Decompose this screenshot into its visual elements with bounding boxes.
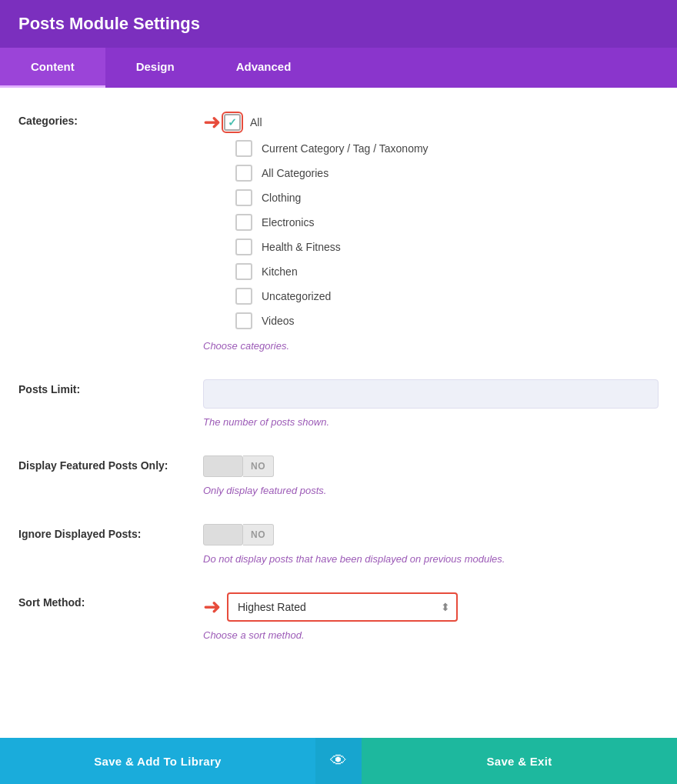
category-current-checkbox[interactable] bbox=[235, 140, 252, 157]
category-uncategorized-checkbox[interactable] bbox=[235, 288, 252, 305]
category-all-checkbox[interactable] bbox=[224, 114, 241, 131]
ignore-displayed-toggle[interactable] bbox=[203, 524, 243, 545]
ignore-displayed-toggle-row: NO bbox=[203, 524, 659, 545]
sort-method-helper: Choose a sort method. bbox=[203, 629, 659, 641]
arrow-indicator-categories: ➜ bbox=[203, 112, 221, 133]
display-featured-helper: Only display featured posts. bbox=[203, 485, 659, 496]
category-electronics-label: Electronics bbox=[262, 216, 314, 229]
sort-method-select[interactable]: Highest Rated Date Alphabetically Random bbox=[227, 592, 458, 622]
categories-list: Current Category / Tag / Taxonomy All Ca… bbox=[235, 137, 659, 332]
footer-bar: Save & Add To Library 👁 Save & Exit bbox=[0, 738, 677, 784]
eye-icon: 👁 bbox=[330, 751, 347, 771]
category-allcats-row: All Categories bbox=[235, 162, 659, 185]
sort-method-label: Sort Method: bbox=[18, 592, 203, 611]
category-current-row: Current Category / Tag / Taxonomy bbox=[235, 137, 659, 160]
save-exit-button[interactable]: Save & Exit bbox=[362, 738, 677, 784]
posts-limit-input[interactable] bbox=[203, 379, 659, 409]
display-featured-toggle-row: NO bbox=[203, 455, 659, 477]
category-uncategorized-row: Uncategorized bbox=[235, 285, 659, 308]
save-add-library-button[interactable]: Save & Add To Library bbox=[0, 738, 315, 784]
category-health-row: Health & Fitness bbox=[235, 235, 659, 259]
category-current-label: Current Category / Tag / Taxonomy bbox=[262, 142, 429, 155]
tabs-bar: Content Design Advanced bbox=[0, 48, 677, 88]
categories-control: ➜ All Current Category / Tag / Taxonomy … bbox=[203, 111, 659, 352]
category-all-row: All bbox=[224, 111, 262, 134]
posts-limit-control: The number of posts shown. bbox=[203, 379, 659, 428]
category-uncategorized-label: Uncategorized bbox=[262, 290, 331, 302]
sort-select-wrapper: Highest Rated Date Alphabetically Random… bbox=[227, 592, 458, 622]
modal-header: Posts Module Settings bbox=[0, 0, 677, 48]
category-kitchen-checkbox[interactable] bbox=[235, 263, 252, 280]
category-videos-checkbox[interactable] bbox=[235, 312, 252, 329]
category-kitchen-label: Kitchen bbox=[262, 265, 298, 278]
category-all-label: All bbox=[250, 116, 262, 128]
posts-limit-label: Posts Limit: bbox=[18, 379, 203, 398]
header-title: Posts Module Settings bbox=[18, 14, 200, 33]
category-clothing-checkbox[interactable] bbox=[235, 189, 252, 206]
tab-advanced[interactable]: Advanced bbox=[205, 48, 322, 88]
ignore-displayed-control: NO Do not display posts that have been d… bbox=[203, 524, 659, 565]
category-clothing-label: Clothing bbox=[262, 192, 301, 204]
arrow-indicator-sort: ➜ bbox=[203, 596, 221, 618]
ignore-displayed-row: Ignore Displayed Posts: NO Do not displa… bbox=[18, 524, 659, 565]
posts-limit-helper: The number of posts shown. bbox=[203, 416, 659, 428]
category-electronics-row: Electronics bbox=[235, 211, 659, 234]
category-kitchen-row: Kitchen bbox=[235, 260, 659, 283]
category-health-label: Health & Fitness bbox=[262, 241, 341, 253]
category-videos-row: Videos bbox=[235, 309, 659, 332]
categories-label: Categories: bbox=[18, 111, 203, 129]
categories-row: Categories: ➜ All Current Category / Tag… bbox=[18, 111, 659, 352]
category-allcats-checkbox[interactable] bbox=[235, 165, 252, 182]
tab-design[interactable]: Design bbox=[105, 48, 205, 88]
category-electronics-checkbox[interactable] bbox=[235, 214, 252, 231]
settings-content: Categories: ➜ All Current Category / Tag… bbox=[0, 88, 677, 738]
ignore-displayed-label: Ignore Displayed Posts: bbox=[18, 524, 203, 542]
category-clothing-row: Clothing bbox=[235, 186, 659, 209]
tab-content[interactable]: Content bbox=[0, 48, 105, 88]
sort-method-row: Sort Method: ➜ Highest Rated Date Alphab… bbox=[18, 592, 659, 641]
display-featured-toggle-label: NO bbox=[243, 455, 274, 477]
sort-method-control: ➜ Highest Rated Date Alphabetically Rand… bbox=[203, 592, 659, 641]
posts-limit-row: Posts Limit: The number of posts shown. bbox=[18, 379, 659, 428]
display-featured-toggle[interactable] bbox=[203, 455, 243, 477]
preview-button[interactable]: 👁 bbox=[315, 738, 362, 784]
display-featured-label: Display Featured Posts Only: bbox=[18, 455, 203, 474]
ignore-displayed-helper: Do not display posts that have been disp… bbox=[203, 553, 659, 565]
category-videos-label: Videos bbox=[262, 315, 295, 327]
category-health-checkbox[interactable] bbox=[235, 239, 252, 255]
ignore-displayed-toggle-label: NO bbox=[243, 524, 274, 545]
display-featured-row: Display Featured Posts Only: NO Only dis… bbox=[18, 455, 659, 496]
category-allcats-label: All Categories bbox=[262, 167, 328, 179]
categories-helper: Choose categories. bbox=[203, 340, 659, 352]
display-featured-control: NO Only display featured posts. bbox=[203, 455, 659, 496]
